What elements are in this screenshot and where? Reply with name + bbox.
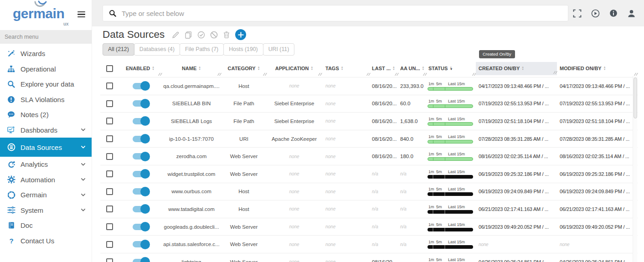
edit-icon[interactable] <box>172 31 180 39</box>
enabled-toggle[interactable] <box>133 83 148 89</box>
enabled-toggle[interactable] <box>133 171 148 177</box>
sort-icon[interactable]: ▲▼ <box>392 66 395 70</box>
column-resize-handle[interactable] <box>424 73 426 76</box>
row-checkbox[interactable] <box>106 241 113 248</box>
col-header-tags[interactable]: TAGS▲▼ <box>322 60 370 77</box>
tab-databases-4[interactable]: Databases (4) <box>134 43 180 56</box>
column-resize-handle[interactable] <box>264 73 266 76</box>
col-header-modified[interactable]: MODIFIED ON/BY▲▼ <box>557 60 638 77</box>
sidebar-item-sla-violations[interactable]: SLA Violations <box>0 92 92 108</box>
sort-icon[interactable]: ▲▼ <box>521 66 524 70</box>
table-row[interactable]: api.status.salesforce.c... Web Server no… <box>100 235 638 253</box>
table-scrollbar[interactable] <box>633 76 637 262</box>
enabled-toggle[interactable] <box>133 118 148 124</box>
row-checkbox[interactable] <box>106 170 113 177</box>
sidebar-item-doc[interactable]: Doc <box>0 218 92 233</box>
sidebar-item-germain[interactable]: Germain <box>0 187 92 203</box>
sidebar-item-explore-your-data[interactable]: Explore your data <box>0 77 92 92</box>
duplicate-icon[interactable] <box>185 31 192 39</box>
column-resize-handle[interactable] <box>473 73 475 76</box>
sort-icon[interactable]: ▲▼ <box>311 66 314 70</box>
col-header-last[interactable]: LAST ...▲▼ <box>370 60 398 77</box>
row-checkbox[interactable] <box>106 153 113 160</box>
table-row[interactable]: www.ourbus.com Host none none n/a n/a 1m… <box>100 183 638 200</box>
tab-file-paths-7[interactable]: File Paths (7) <box>180 43 224 56</box>
column-resize-handle[interactable] <box>319 73 321 76</box>
status-cell[interactable]: 1m 5m Last 15m <box>427 95 476 113</box>
enabled-toggle[interactable] <box>133 136 148 142</box>
column-resize-handle[interactable] <box>554 71 556 74</box>
play-button[interactable] <box>591 9 600 18</box>
row-checkbox[interactable] <box>106 100 113 107</box>
sort-icon[interactable]: ▲▼ <box>198 66 201 70</box>
enabled-toggle[interactable] <box>133 259 148 262</box>
col-header-name[interactable]: NAME▲▼ <box>162 60 221 77</box>
table-row[interactable]: ip-10-0-1-157:7070 URI Apache ZooKeeper … <box>100 130 638 148</box>
enabled-toggle[interactable] <box>133 206 148 212</box>
sort-desc-icon[interactable]: ▲▼ <box>449 66 453 70</box>
col-header-status[interactable]: STATUS▲▼ <box>427 60 476 77</box>
row-checkbox[interactable] <box>106 118 113 124</box>
hamburger-menu-icon[interactable] <box>77 11 85 17</box>
table-row[interactable]: qa.cloud.germainapm.... Host none none 0… <box>100 77 638 95</box>
select-all-checkbox[interactable] <box>106 65 113 72</box>
sidebar-item-analytics[interactable]: Analytics <box>0 157 92 172</box>
sort-icon[interactable]: ▲▼ <box>341 66 344 70</box>
enabled-toggle[interactable] <box>133 241 148 247</box>
col-header-category[interactable]: CATEGORY▲▼ <box>221 60 267 77</box>
global-search-input[interactable] <box>121 9 568 18</box>
table-row[interactable]: www.tatadigital.com Host none none n/a n… <box>100 200 638 218</box>
status-cell[interactable]: 1m 5m Last 15m <box>427 236 476 253</box>
sidebar-item-system[interactable]: System <box>0 203 92 218</box>
status-cell[interactable]: 1m 5m Last 15m <box>427 148 476 165</box>
row-checkbox[interactable] <box>106 223 113 230</box>
sidebar-item-dashboards[interactable]: Dashboards <box>0 123 92 138</box>
col-header-enabled[interactable]: ENABLED▲▼ <box>118 60 162 77</box>
col-header-created[interactable]: CREATED ON/BY▲▼ <box>476 62 557 75</box>
tab-uri-11[interactable]: URI (11) <box>263 43 295 56</box>
table-row[interactable]: SIEBELLAB BIN File Path Siebel Enterpris… <box>100 95 638 113</box>
info-button[interactable] <box>609 9 618 17</box>
col-header-aa[interactable]: AA UN...▲▼ <box>398 60 427 77</box>
enabled-toggle[interactable] <box>133 153 148 159</box>
column-resize-handle[interactable] <box>635 73 637 76</box>
sidebar-item-automation[interactable]: Automation <box>0 172 92 188</box>
scrollbar-thumb[interactable] <box>634 77 637 118</box>
row-checkbox[interactable] <box>106 258 113 262</box>
column-resize-handle[interactable] <box>367 73 370 76</box>
status-cell[interactable]: 1m 5m Last 15m <box>427 130 476 148</box>
table-row[interactable]: SIEBELLAB Logs File Path Siebel Enterpri… <box>100 112 638 130</box>
table-row[interactable]: widget.trustpilot.com Web Server none no… <box>100 165 638 183</box>
table-row[interactable]: googleads.g.doublecli... Web Server none… <box>100 218 638 236</box>
row-checkbox[interactable] <box>106 188 113 195</box>
status-cell[interactable]: 1m 5m Last 15m <box>427 77 476 95</box>
tab-hosts-190[interactable]: Hosts (190) <box>223 43 263 56</box>
sort-icon[interactable]: ▲▼ <box>258 66 260 70</box>
sort-icon[interactable]: ▲▼ <box>603 66 606 70</box>
status-cell[interactable]: 1m 5m Last 15m <box>427 218 476 236</box>
table-row[interactable]: ...lightning... Web Server none none 08/… <box>100 253 638 262</box>
sort-icon[interactable]: ▲▼ <box>152 66 155 70</box>
status-cell[interactable]: 1m 5m Last 15m <box>427 183 476 200</box>
sidebar-item-operational[interactable]: Operational <box>0 62 92 77</box>
logo-text[interactable]: germain <box>13 6 64 21</box>
sidebar-item-data-sources[interactable]: Data Sources <box>0 138 92 157</box>
enabled-toggle[interactable] <box>133 188 148 195</box>
column-resize-handle[interactable] <box>159 73 161 76</box>
sort-icon[interactable]: ▲▼ <box>422 66 425 70</box>
user-button[interactable] <box>627 9 636 18</box>
tab-all-212[interactable]: All (212) <box>103 43 134 56</box>
fullscreen-button[interactable] <box>573 9 582 18</box>
delete-trash-icon[interactable] <box>223 31 230 38</box>
add-button[interactable] <box>235 29 246 40</box>
sidebar-item-contact-us[interactable]: ? Contact Us <box>0 233 92 249</box>
disable-ban-icon[interactable] <box>210 31 218 39</box>
status-cell[interactable]: 1m 5m Last 15m <box>427 253 476 262</box>
column-resize-handle[interactable] <box>396 73 398 76</box>
enable-check-icon[interactable] <box>197 31 205 39</box>
global-search[interactable] <box>103 5 568 21</box>
enabled-toggle[interactable] <box>133 224 148 230</box>
sidebar-item-notes-2[interactable]: Notes (2) <box>0 107 92 123</box>
table-row[interactable]: zerodha.com Web Server none none 08/16/2… <box>100 147 638 165</box>
row-checkbox[interactable] <box>106 82 113 89</box>
